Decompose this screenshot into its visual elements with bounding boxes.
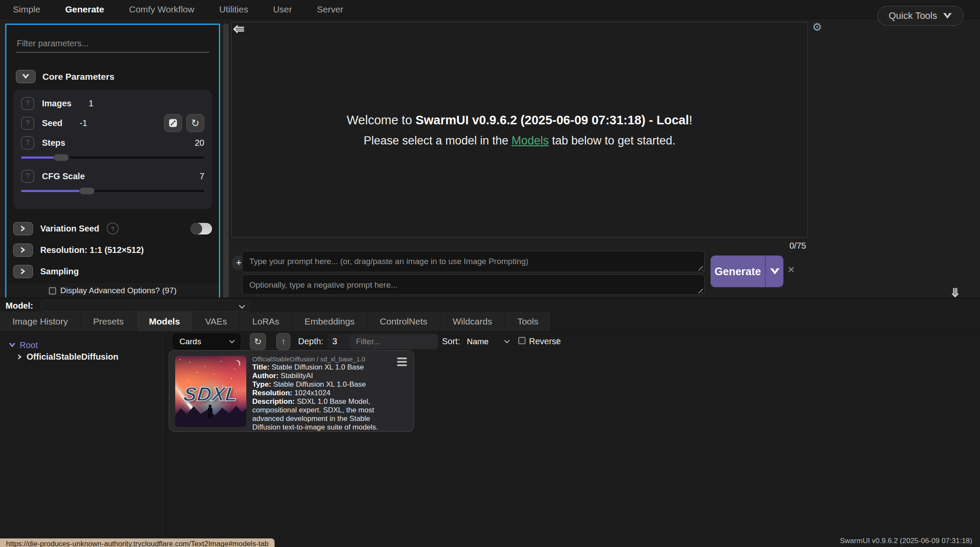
section-variation-seed: Variation Seed ? (13, 218, 212, 239)
display-advanced-options-checkbox[interactable] (49, 287, 56, 295)
tab-vaes[interactable]: VAEs (193, 312, 240, 331)
nav-tab-server[interactable]: Server (317, 4, 344, 15)
nav-tab-comfy-workflow[interactable]: Comfy Workflow (129, 4, 194, 15)
expand-section-button[interactable] (13, 243, 33, 257)
chevron-right-icon (20, 268, 26, 275)
view-mode-select[interactable]: Cards (173, 334, 240, 349)
refresh-icon: ↻ (254, 337, 262, 347)
negative-prompt-field-wrap (242, 274, 705, 295)
slider-handle[interactable] (54, 154, 69, 161)
tree-item-officialstablediffusion[interactable]: OfficialStableDiffusion (17, 352, 118, 362)
help-icon[interactable]: ? (21, 170, 34, 183)
card-menu-icon[interactable] (397, 358, 407, 366)
welcome-line2: Please select a model in the Models tab … (232, 134, 807, 147)
steps-row: ? Steps 20 (21, 133, 204, 153)
advanced-options-row: Display Advanced Options? (97) (6, 283, 219, 298)
collapse-core-parameters-button[interactable] (16, 70, 36, 83)
tab-controlnets[interactable]: ControlNets (368, 312, 440, 331)
parameters-panel: Core Parameters ? Images 1 ? Seed -1 (5, 24, 220, 299)
sort-select[interactable]: Name (462, 334, 514, 349)
model-card-sdxl[interactable]: SDXL OfficialStableDiffusion / sd_xl_bas… (169, 350, 414, 432)
cfg-scale-value[interactable]: 7 (200, 171, 204, 181)
steps-slider[interactable] (21, 153, 204, 161)
image-display-area: Welcome to SwarmUI v0.9.6.2 (2025-06-09 … (231, 22, 808, 237)
chevron-down-icon (9, 343, 16, 348)
section-label: Variation Seed (40, 224, 99, 234)
bottom-tab-bar: Image History Presets Models VAEs LoRAs … (0, 312, 980, 332)
chevron-down-icon (22, 74, 30, 79)
expand-section-button[interactable] (13, 222, 33, 235)
up-arrow-icon: ↑ (281, 337, 286, 346)
variation-seed-toggle[interactable] (191, 223, 212, 234)
view-mode-value: Cards (179, 337, 201, 346)
reverse-badge: 1 (556, 337, 560, 346)
welcome-line1: Welcome to SwarmUI v0.9.6.2 (2025-06-09 … (232, 113, 807, 127)
negative-prompt-input[interactable] (242, 274, 705, 295)
gear-icon[interactable]: ⚙ (812, 21, 822, 34)
moon-icon (232, 359, 241, 368)
help-icon[interactable]: ? (21, 136, 34, 150)
chevron-right-icon (16, 354, 24, 360)
tab-presets[interactable]: Presets (81, 312, 137, 331)
model-select-dropdown[interactable] (41, 300, 251, 312)
interrupt-button[interactable]: × (788, 263, 795, 277)
seed-buttons: ↻ (164, 114, 204, 132)
collapse-sidebar-icon[interactable] (233, 24, 245, 36)
help-icon[interactable]: ? (21, 97, 34, 110)
expand-section-button[interactable] (13, 265, 33, 278)
tab-models[interactable]: Models (137, 312, 193, 331)
slider-handle[interactable] (79, 187, 95, 195)
sort-label: Sort: (442, 337, 460, 346)
random-seed-dice-button[interactable] (164, 114, 182, 132)
tab-embeddings[interactable]: Embeddings (292, 312, 368, 331)
steps-value[interactable]: 20 (195, 138, 204, 148)
tab-tools[interactable]: Tools (505, 312, 551, 331)
generate-options-dropdown[interactable] (765, 255, 783, 287)
images-label: Images (42, 99, 72, 108)
tree-item-root[interactable]: Root (9, 340, 38, 350)
depth-label: Depth: (298, 337, 323, 346)
images-row: ? Images 1 (21, 93, 204, 113)
bottom-panel: Model: Image History Presets Models VAEs… (0, 299, 980, 547)
help-icon[interactable]: ? (107, 222, 119, 234)
model-type-row: Type: Stable Diffusion XL 1.0-Base (252, 380, 395, 389)
prompt-input[interactable] (242, 251, 705, 272)
tree-root-label: Root (20, 340, 38, 350)
prompt-field-wrap (242, 251, 705, 272)
tab-image-history[interactable]: Image History (0, 312, 81, 331)
figure-silhouette (208, 407, 212, 418)
help-icon[interactable]: ? (21, 117, 34, 130)
folder-up-button[interactable]: ↑ (276, 333, 290, 350)
model-thumbnail[interactable]: SDXL (175, 356, 246, 427)
nav-tab-user[interactable]: User (273, 4, 292, 15)
top-nav: Simple Generate Comfy Workflow Utilities… (0, 0, 980, 19)
filter-parameters-input[interactable] (16, 37, 209, 53)
panel-drag-handle[interactable] (223, 24, 229, 299)
steps-label: Steps (42, 138, 65, 148)
refresh-icon: ↻ (191, 117, 199, 129)
tab-loras[interactable]: LoRAs (240, 312, 292, 331)
cfg-scale-slider[interactable] (21, 187, 204, 195)
model-title-row: Title: Stable Diffusion XL 1.0 Base (252, 363, 395, 372)
images-value[interactable]: 1 (89, 99, 93, 108)
generate-button[interactable]: Generate (711, 255, 765, 287)
models-tab-link[interactable]: Models (511, 134, 549, 147)
reverse-sort-checkbox[interactable] (518, 337, 526, 344)
reuse-seed-button[interactable]: ↻ (186, 114, 204, 132)
advanced-options-label: Display Advanced Options? (97) (60, 286, 176, 295)
chevron-right-icon (20, 246, 26, 253)
refresh-models-button[interactable]: ↻ (250, 333, 266, 350)
seed-value[interactable]: -1 (80, 118, 87, 128)
quick-tools-button[interactable]: Quick Tools (877, 6, 964, 26)
tab-wildcards[interactable]: Wildcards (440, 312, 505, 331)
nav-tab-simple[interactable]: Simple (13, 4, 40, 15)
swarmui-app: Simple Generate Comfy Workflow Utilities… (0, 0, 980, 547)
models-filter-input[interactable] (350, 334, 438, 349)
model-path: OfficialStableDiffusion / sd_xl_base_1.0 (252, 355, 395, 363)
nav-tab-generate[interactable]: Generate (65, 4, 104, 15)
sort-value: Name (467, 337, 489, 346)
chevron-down-icon (504, 338, 510, 343)
core-parameters-group: ? Images 1 ? Seed -1 ↻ (13, 90, 212, 209)
tree-child-label: OfficialStableDiffusion (27, 352, 118, 362)
nav-tab-utilities[interactable]: Utilities (219, 4, 248, 15)
